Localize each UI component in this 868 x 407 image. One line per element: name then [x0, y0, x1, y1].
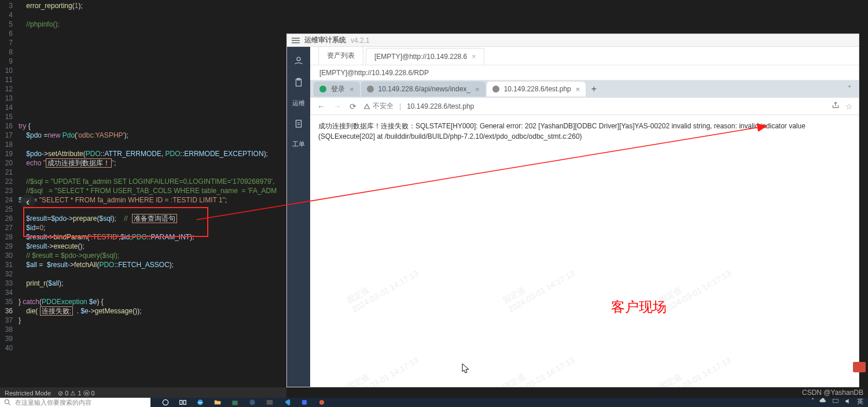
cortana-icon[interactable] [161, 398, 170, 406]
bastion-title: 运维审计系统 [304, 35, 346, 45]
svg-rect-13 [267, 400, 273, 405]
favicon [367, 86, 374, 92]
windows-taskbar: 在这里输入你要搜索的内容 ˄ 英 [0, 398, 868, 407]
svg-rect-11 [232, 401, 237, 405]
clipboard-icon[interactable] [293, 77, 304, 88]
chrome-tab[interactable]: 10.149.228.6/test.php× [487, 82, 586, 97]
annotation-customer-site: 客户现场 [611, 300, 667, 314]
tray-network-icon[interactable] [832, 397, 840, 407]
search-icon [3, 398, 12, 406]
line-gutter: 3456789101112131415161718192021222324252… [0, 0, 17, 387]
favicon [492, 86, 499, 92]
svg-point-0 [297, 57, 300, 61]
bastion-titlebar: 运维审计系统 v4.2.1 [287, 34, 859, 47]
ops-label[interactable]: 运维 [292, 99, 305, 108]
taskbar-apps [161, 398, 326, 406]
app-icon-2[interactable] [300, 398, 309, 406]
svg-point-12 [249, 399, 255, 405]
back-chevron-icon[interactable]: ‹ [20, 194, 35, 209]
insecure-badge: 不安全 [363, 101, 393, 111]
chrome-tab[interactable]: 10.149.228.6/api/news/index_× [361, 82, 486, 97]
svg-rect-9 [183, 401, 186, 405]
chrome-browser: 登录×10.149.228.6/api/news/index_×10.149.2… [310, 80, 859, 387]
close-icon[interactable]: × [472, 53, 476, 61]
bastion-breadcrumb: [EMPTY]@http://10.149.228.6/RDP [310, 65, 859, 80]
svg-rect-8 [180, 401, 182, 405]
editor-statusbar: Restricted Mode ⊘ 0 ⚠ 1 ⓦ 0 [0, 387, 286, 399]
favicon [319, 86, 326, 92]
taskbar-tray: ˄ 英 [811, 397, 868, 407]
desktop-folder-icon[interactable] [853, 362, 866, 372]
chrome-tab[interactable]: 登录× [314, 82, 360, 97]
tray-ime-icon[interactable]: 英 [857, 397, 863, 407]
code-editor: 3456789101112131415161718192021222324252… [0, 0, 286, 387]
status-restricted[interactable]: Restricted Mode [5, 387, 51, 399]
bastion-tabs: 资产列表[EMPTY]@http://10.149.228.6× [310, 47, 859, 65]
csdn-watermark: CSDN @YashanDB [802, 388, 863, 397]
bastion-version: v4.2.1 [351, 36, 370, 45]
status-problems[interactable]: ⊘ 0 ⚠ 1 ⓦ 0 [58, 387, 95, 399]
tray-cloud-icon[interactable] [819, 397, 827, 407]
terminal-icon[interactable] [265, 398, 274, 406]
svg-rect-16 [833, 399, 838, 403]
url-text[interactable]: 10.149.228.6/test.php [407, 102, 826, 110]
new-tab-button[interactable]: + [587, 82, 601, 96]
workorder-label[interactable]: 工单 [292, 140, 305, 149]
tray-up-icon[interactable]: ˄ [811, 397, 814, 407]
paste-icon[interactable] [293, 118, 304, 130]
code-area[interactable]: error_reporting(1); //phpinfo();try { $p… [19, 1, 288, 353]
mouse-cursor-icon [462, 363, 470, 375]
close-icon[interactable]: × [350, 85, 354, 94]
ie-icon[interactable] [196, 398, 205, 406]
user-icon[interactable] [293, 55, 304, 66]
svg-point-7 [163, 399, 168, 405]
vscode-icon[interactable] [282, 398, 292, 406]
explorer-icon[interactable] [213, 398, 222, 406]
nav-reload-icon[interactable]: ⟳ [348, 102, 358, 111]
app-icon-3[interactable] [317, 398, 326, 406]
close-icon[interactable]: × [576, 85, 580, 94]
bastion-tab[interactable]: 资产列表 [318, 46, 363, 65]
share-icon[interactable] [832, 101, 840, 111]
tray-volume-icon[interactable] [844, 397, 852, 407]
chrome-addressbar: ← → ⟳ 不安全 | 10.149.228.6/test.php ☆ [310, 98, 859, 115]
svg-point-5 [5, 399, 9, 404]
close-icon[interactable]: × [475, 85, 480, 94]
bastion-tab[interactable]: [EMPTY]@http://10.149.228.6× [366, 48, 484, 65]
nav-back-icon[interactable]: ← [316, 102, 326, 111]
bastion-sidebar: 运维工单 [287, 47, 310, 387]
taskview-icon[interactable] [178, 398, 187, 406]
app-icon-1[interactable] [248, 398, 257, 406]
hamburger-icon[interactable] [292, 38, 300, 43]
svg-point-15 [319, 400, 324, 405]
svg-line-6 [9, 404, 10, 405]
page-text: 成功连接到数据库！连接失败：SQLSTATE[HY000]: General e… [318, 121, 851, 142]
bastion-window: 运维审计系统 v4.2.1 运维工单 资产列表[EMPTY]@http://10… [286, 34, 859, 387]
svg-rect-3 [296, 120, 301, 127]
chrome-tabstrip: 登录×10.149.228.6/api/news/index_×10.149.2… [310, 80, 859, 98]
taskbar-search[interactable]: 在这里输入你要搜索的内容 [0, 398, 150, 407]
store-icon[interactable] [230, 398, 240, 406]
svg-rect-14 [302, 400, 307, 405]
star-icon[interactable]: ☆ [845, 102, 853, 111]
nav-forward-icon[interactable]: → [332, 102, 343, 111]
warning-icon [363, 103, 370, 110]
chevron-down-icon[interactable]: ˅ [844, 83, 855, 95]
chrome-page: 成功连接到数据库！连接失败：SQLSTATE[HY000]: General e… [310, 115, 859, 387]
